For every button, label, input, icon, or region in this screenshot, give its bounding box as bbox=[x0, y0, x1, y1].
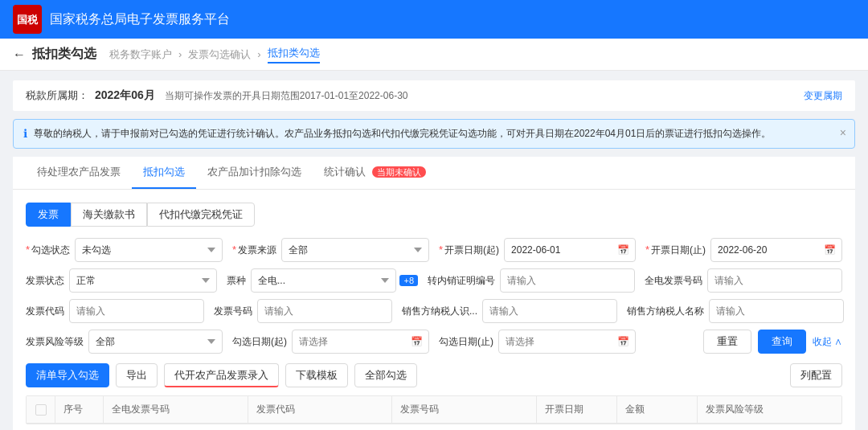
breadcrumb-item-1[interactable]: 税务数字账户 bbox=[109, 47, 172, 62]
sub-tabs: 发票 海关缴款书 代扣代缴完税凭证 bbox=[26, 203, 842, 227]
export-button[interactable]: 导出 bbox=[116, 363, 158, 387]
select-all-button[interactable]: 全部勾选 bbox=[354, 363, 417, 387]
breadcrumb-bar: ← 抵扣类勾选 税务数字账户 › 发票勾选确认 › 抵扣类勾选 bbox=[0, 39, 868, 71]
field-invoice-code: 发票代码 bbox=[26, 299, 204, 323]
input-transfer-cert-no[interactable] bbox=[500, 268, 635, 293]
input-invoice-number[interactable] bbox=[257, 299, 392, 323]
tab-badge: 当期未确认 bbox=[372, 166, 426, 178]
data-table: 序号 全电发票号码 发票代码 发票号码 开票日期 金额 发票风险等级 bbox=[26, 395, 842, 424]
input-gou-xuan-date-from[interactable] bbox=[292, 330, 429, 354]
ticket-type-badge[interactable]: +8 bbox=[399, 275, 418, 286]
select-gou-xuan-state[interactable]: 未勾选已勾选全部 bbox=[75, 238, 223, 262]
date-from-input[interactable] bbox=[504, 238, 636, 262]
select-ticket-type[interactable]: 全电... bbox=[251, 268, 396, 293]
label-gou-xuan-state: *勾选状态 bbox=[26, 244, 70, 257]
import-select-button[interactable]: 清单导入勾选 bbox=[26, 363, 109, 387]
field-invoice-source: *发票来源 全部增值税发票电子发票 bbox=[232, 238, 429, 262]
form-row-4: 发票风险等级 全部高风险中风险低风险 勾选日期(起) 📅 勾选日期(止) 📅 bbox=[26, 330, 842, 354]
label-invoice-source: *发票来源 bbox=[232, 244, 276, 257]
field-full-invoice-no: 全电发票号码 bbox=[645, 268, 842, 293]
period-label: 税款所属期： bbox=[26, 88, 88, 103]
info-banner: ℹ 尊敬的纳税人，请于申报前对已勾选的凭证进行统计确认。农产品业务抵扣勾选和代扣… bbox=[13, 119, 855, 149]
content-panel: 发票 海关缴款书 代扣代缴完税凭证 *勾选状态 未勾选已勾选全部 *发票来源 全… bbox=[13, 190, 855, 430]
input-invoice-code[interactable] bbox=[69, 299, 204, 323]
logo: 国税 bbox=[13, 5, 42, 34]
tab-pending-agriculture[interactable]: 待处理农产品发票 bbox=[26, 157, 132, 189]
field-date-from: *开票日期(起) 📅 bbox=[439, 238, 636, 262]
field-gou-xuan-date-to: 勾选日期(止) 📅 bbox=[439, 330, 636, 354]
label-full-invoice-no: 全电发票号码 bbox=[645, 274, 702, 288]
label-invoice-number: 发票号码 bbox=[214, 305, 252, 318]
breadcrumb-item-2[interactable]: 发票勾选确认 bbox=[188, 47, 251, 62]
label-date-to: *开票日期(止) bbox=[645, 244, 706, 257]
ticket-type-wrap: 全电... +8 bbox=[251, 268, 418, 293]
download-template-button[interactable]: 下载模板 bbox=[285, 363, 348, 387]
label-invoice-code: 发票代码 bbox=[26, 305, 64, 318]
back-button[interactable]: ← bbox=[13, 47, 26, 62]
breadcrumb-sep-1: › bbox=[178, 48, 182, 60]
form-row-2: 发票状态 正常作废全部 票种 全电... +8 转内销证明编号 全电发 bbox=[26, 268, 842, 293]
header-title: 国家税务总局电子发票服务平台 bbox=[50, 11, 230, 28]
date-from-wrap: 📅 bbox=[504, 238, 636, 262]
label-seller-tax-id: 销售方纳税人识... bbox=[402, 305, 477, 318]
date-to-input[interactable] bbox=[710, 238, 842, 262]
form-row-1: *勾选状态 未勾选已勾选全部 *发票来源 全部增值税发票电子发票 *开票日期(起… bbox=[26, 238, 842, 262]
header: 国税 国家税务总局电子发票服务平台 bbox=[0, 0, 868, 39]
list-config-button[interactable]: 列配置 bbox=[790, 363, 842, 387]
tab-stats-confirm[interactable]: 统计确认 当期未确认 bbox=[313, 157, 437, 189]
label-seller-name: 销售方纳税人名称 bbox=[627, 305, 704, 318]
label-date-from: *开票日期(起) bbox=[439, 244, 499, 257]
label-risk-level: 发票风险等级 bbox=[26, 335, 84, 349]
period-value: 2022年06月 bbox=[95, 88, 155, 103]
sub-tab-withholding[interactable]: 代扣代缴完税凭证 bbox=[147, 203, 255, 227]
label-gou-xuan-date-to: 勾选日期(止) bbox=[439, 335, 493, 349]
query-button[interactable]: 查询 bbox=[758, 330, 806, 354]
sub-tab-invoice[interactable]: 发票 bbox=[26, 203, 71, 227]
field-transfer-cert-no: 转内销证明编号 bbox=[428, 268, 635, 293]
th-amount: 金额 bbox=[617, 396, 698, 423]
table-header: 序号 全电发票号码 发票代码 发票号码 开票日期 金额 发票风险等级 bbox=[27, 396, 841, 424]
form-action-group: 重置 查询 收起 ∧ bbox=[645, 330, 842, 354]
gou-xuan-date-from-wrap: 📅 bbox=[292, 330, 429, 354]
label-ticket-type: 票种 bbox=[227, 274, 246, 288]
main-tabs: 待处理农产品发票 抵扣勾选 农产品加计扣除勾选 统计确认 当期未确认 bbox=[13, 157, 855, 190]
field-invoice-number: 发票号码 bbox=[214, 299, 392, 323]
field-gou-xuan-state: *勾选状态 未勾选已勾选全部 bbox=[26, 238, 223, 262]
field-seller-name: 销售方纳税人名称 bbox=[627, 299, 844, 323]
reset-button[interactable]: 重置 bbox=[703, 330, 751, 354]
select-invoice-status[interactable]: 正常作废全部 bbox=[69, 268, 217, 293]
input-gou-xuan-date-to[interactable] bbox=[498, 330, 636, 354]
th-issue-date: 开票日期 bbox=[537, 396, 617, 423]
th-full-invoice-no: 全电发票号码 bbox=[104, 396, 248, 423]
field-invoice-status: 发票状态 正常作废全部 bbox=[26, 268, 217, 293]
input-seller-tax-id[interactable] bbox=[482, 299, 617, 323]
input-full-invoice-no[interactable] bbox=[707, 268, 842, 293]
label-invoice-status: 发票状态 bbox=[26, 274, 64, 288]
header-checkbox[interactable] bbox=[35, 404, 47, 416]
th-invoice-no: 发票号码 bbox=[392, 396, 537, 423]
field-ticket-type: 票种 全电... +8 bbox=[227, 268, 418, 293]
bottom-toolbar: 清单导入勾选 导出 代开农产品发票录入 下载模板 全部勾选 列配置 bbox=[26, 363, 842, 387]
th-checkbox[interactable] bbox=[27, 396, 55, 423]
sub-tab-customs[interactable]: 海关缴款书 bbox=[71, 203, 147, 227]
input-seller-name[interactable] bbox=[709, 299, 844, 323]
label-gou-xuan-date-from: 勾选日期(起) bbox=[232, 335, 287, 349]
select-risk-level[interactable]: 全部高风险中风险低风险 bbox=[88, 330, 223, 354]
change-period-button[interactable]: 变更属期 bbox=[804, 89, 842, 103]
th-risk-level: 发票风险等级 bbox=[698, 396, 842, 423]
tab-deduction-select[interactable]: 抵扣勾选 bbox=[132, 157, 196, 189]
svg-text:国税: 国税 bbox=[17, 14, 39, 26]
period-bar: 税款所属期： 2022年06月 当期可操作发票的开具日期范围2017-01-01… bbox=[13, 80, 855, 111]
period-hint: 当期可操作发票的开具日期范围2017-01-01至2022-06-30 bbox=[165, 89, 804, 103]
page-title: 抵扣类勾选 bbox=[32, 46, 96, 63]
collapse-button[interactable]: 收起 ∧ bbox=[813, 335, 842, 349]
select-invoice-source[interactable]: 全部增值税发票电子发票 bbox=[281, 238, 429, 262]
label-transfer-cert-no: 转内销证明编号 bbox=[428, 274, 495, 288]
breadcrumb-sep-2: › bbox=[257, 48, 260, 60]
breadcrumb-item-3: 抵扣类勾选 bbox=[268, 46, 320, 63]
agriculture-invoice-entry-button[interactable]: 代开农产品发票录入 bbox=[164, 363, 279, 387]
tab-agriculture-add[interactable]: 农产品加计扣除勾选 bbox=[196, 157, 313, 189]
info-text: 尊敬的纳税人，请于申报前对已勾选的凭证进行统计确认。农产品业务抵扣勾选和代扣代缴… bbox=[34, 126, 845, 141]
info-close-button[interactable]: × bbox=[840, 126, 846, 139]
breadcrumb: 税务数字账户 › 发票勾选确认 › 抵扣类勾选 bbox=[106, 46, 323, 63]
